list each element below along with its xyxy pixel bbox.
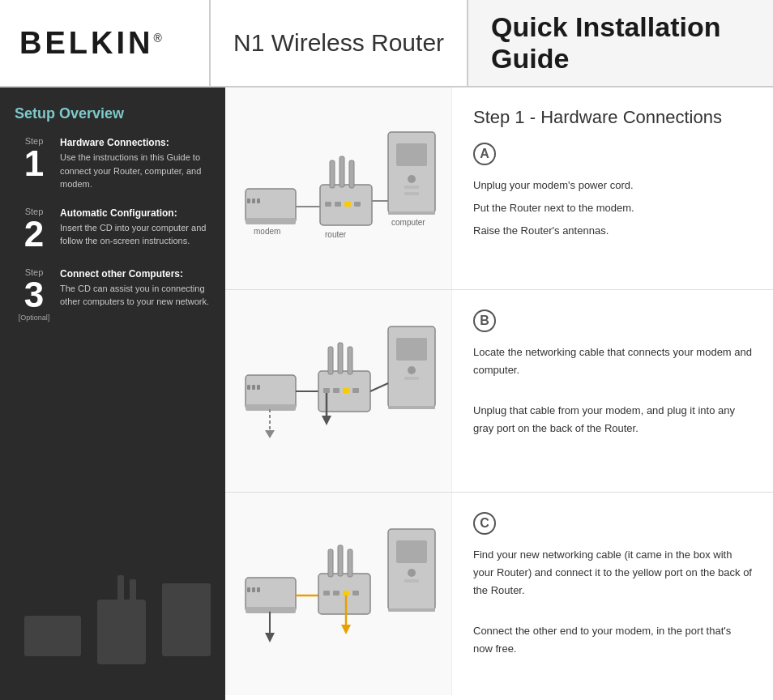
svg-marker-68 [341,625,351,634]
svg-rect-39 [338,343,343,373]
svg-rect-60 [328,549,333,577]
step-c-line-2: Connect the other end to your modem, in … [473,622,752,658]
svg-rect-51 [388,406,435,409]
sidebar-step-1-text: Use the instructions in this Guide to co… [60,151,211,191]
svg-rect-9 [246,218,296,224]
product-title-section: N1 Wireless Router [211,0,468,86]
svg-rect-25 [404,186,419,189]
svg-rect-38 [328,347,333,374]
sidebar-title: Setup Overview [15,105,211,122]
step-c-illustration [225,493,452,695]
svg-rect-31 [252,385,255,390]
svg-marker-35 [265,430,275,438]
sidebar-step-3-number: 3 [24,277,44,313]
svg-rect-53 [246,578,296,612]
step-b-line-2: Unplug that cable from your modem, and p… [473,402,752,438]
svg-rect-2 [130,579,136,604]
svg-text:router: router [325,230,347,239]
svg-rect-0 [97,600,146,664]
step-b-description: B Locate the networking cable that conne… [452,290,773,492]
svg-rect-48 [396,338,427,361]
svg-rect-61 [338,545,343,576]
svg-rect-75 [388,608,435,612]
svg-rect-27 [388,211,435,215]
logo-tm: ® [153,32,164,45]
svg-rect-17 [335,202,341,207]
step-badge-a: A [473,143,496,165]
sidebar-step-2-text: Insert the CD into your computer and fol… [60,221,211,248]
sidebar-step-2-number: 2 [24,216,44,252]
sidebar-step-2: Step 2 Automatic Configuration: Insert t… [15,207,211,252]
sidebar-step-3-number-area: Step 3 [Optional] [15,268,53,322]
svg-rect-30 [247,385,250,390]
product-title: N1 Wireless Router [233,29,444,57]
svg-rect-29 [246,375,296,409]
sidebar-step-2-content: Automatic Configuration: Insert the CD i… [60,207,211,248]
svg-rect-32 [257,385,260,390]
header: BELKIN® N1 Wireless Router Quick Install… [0,0,773,88]
step-a-line-3: Raise the Router's antennas. [473,222,752,240]
step-b-text: Locate the networking cable that connect… [473,344,752,438]
svg-rect-42 [333,388,340,393]
step-c-description: C Find your new networking cable (it cam… [452,493,773,695]
svg-rect-4 [162,583,211,656]
svg-line-52 [370,383,388,391]
svg-rect-8 [257,198,260,203]
main-content: Setup Overview Step 1 Hardware Connectio… [0,88,773,700]
svg-rect-5 [246,189,296,223]
svg-rect-40 [348,347,352,374]
guide-title-section: Quick Installation Guide [468,0,773,86]
step-badge-b: B [473,309,496,332]
svg-rect-26 [404,192,419,195]
svg-rect-44 [352,388,359,393]
svg-rect-43 [343,388,349,393]
step-c-text: Find your new networking cable (it came … [473,546,752,659]
svg-rect-72 [396,540,427,563]
svg-rect-19 [354,202,361,207]
sidebar-step-1-number-area: Step 1 [15,137,53,181]
step-main-title: Step 1 - Hardware Connections [473,107,752,128]
guide-title: Quick Installation Guide [491,11,750,75]
svg-rect-55 [252,587,255,592]
step-b-illustration [225,290,452,492]
svg-rect-14 [340,156,344,187]
svg-rect-62 [348,549,352,577]
svg-rect-50 [404,377,419,380]
svg-text:computer: computer [391,218,425,227]
svg-point-49 [408,366,416,374]
sidebar-step-3-content: Connect other Computers: The CD can assi… [60,268,211,309]
svg-rect-6 [247,198,250,203]
svg-rect-65 [343,591,349,595]
svg-rect-16 [325,202,331,207]
svg-rect-7 [252,198,255,203]
sidebar-step-2-heading: Automatic Configuration: [60,207,211,219]
step-a-description: Step 1 - Hardware Connections A Unplug y… [452,88,773,289]
svg-rect-41 [323,388,330,393]
step-c-svg [237,513,440,675]
svg-rect-13 [330,160,335,188]
sidebar-step-1-number: 1 [24,146,44,181]
step-badge-c: C [473,512,496,535]
svg-rect-74 [404,579,419,583]
step-a-line-2: Put the Router next to the modem. [473,199,752,217]
svg-point-73 [408,569,416,577]
svg-rect-1 [117,575,124,603]
svg-marker-46 [322,416,331,425]
step-a-text: Unplug your modem's power cord. Put the … [473,177,752,240]
step-a-illustration: modem router [225,88,452,289]
step-section-b: B Locate the networking cable that conne… [225,290,773,493]
sidebar-step-1-heading: Hardware Connections: [60,137,211,148]
sidebar-step-3-text: The CD can assist you in connecting othe… [60,282,211,309]
sidebar: Setup Overview Step 1 Hardware Connectio… [0,88,225,700]
svg-rect-64 [333,591,340,595]
svg-rect-18 [344,202,351,207]
svg-point-24 [408,175,416,183]
step-section-a: modem router [225,88,773,290]
sidebar-step-3-optional: [Optional] [19,314,50,322]
sidebar-equipment-illustration [0,551,225,700]
svg-rect-63 [323,591,330,595]
svg-rect-15 [349,160,354,188]
sidebar-step-1: Step 1 Hardware Connections: Use the ins… [15,137,211,191]
sidebar-step-3: Step 3 [Optional] Connect other Computer… [15,268,211,322]
svg-marker-70 [265,633,275,642]
